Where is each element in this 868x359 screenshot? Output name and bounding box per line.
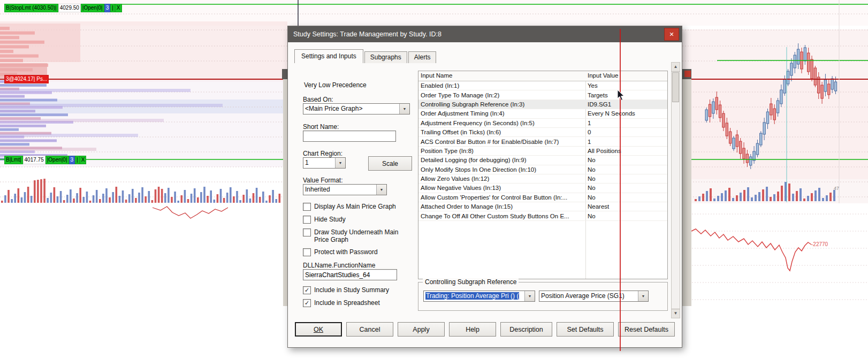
checkbox-box-icon[interactable]	[303, 216, 311, 224]
study-select-value: Trading: Position Average Pri () (	[425, 292, 519, 300]
input-row[interactable]: ACS Control Bar Button # for Enable/Disa…	[418, 137, 667, 146]
checkbox-hide-study[interactable]: Hide Study	[303, 216, 413, 224]
background-window-edge-right	[681, 79, 691, 306]
order-label-segment: |	[75, 156, 80, 164]
dropdown-arrow-icon[interactable]: ▼	[638, 291, 648, 301]
input-value-cell: 0	[585, 129, 667, 135]
input-row[interactable]: Trailing Offset (in Ticks) (In:6)0	[418, 128, 667, 137]
input-value-cell: All Positions	[585, 148, 667, 154]
input-row[interactable]: Allow Negative Values (In:13)No	[418, 184, 667, 193]
help-button[interactable]: Help	[449, 322, 496, 337]
dialog-buttons: OKCancelApplyHelpDescriptionSet Defaults…	[295, 322, 675, 337]
checkbox-box-icon[interactable]	[303, 228, 311, 236]
input-row[interactable]: Enabled (In:1)Yes	[418, 81, 667, 90]
dropdown-arrow-icon[interactable]: ▼	[524, 291, 535, 301]
chart-region-select[interactable]: 1 ▼	[303, 157, 346, 169]
order-label-segment: 3@4024.17| Ps...	[4, 75, 49, 83]
input-value-cell: No	[585, 157, 667, 163]
order-label-segment: B|Lmt|	[4, 156, 23, 164]
input-name-cell: Change To Off All Other Custom Study But…	[418, 213, 585, 219]
input-row[interactable]: Order Type To Manage (In:2)Targets	[418, 90, 667, 100]
scroll-up-icon[interactable]: ▲	[672, 63, 680, 72]
input-value-cell: No	[585, 185, 667, 191]
input-row[interactable]: Detailed Logging (for debugging) (In:9)N…	[418, 156, 667, 165]
screen: B|StopLmt (4030.50)|4029.50|Open|0|3|X 3…	[0, 0, 868, 359]
checkbox-label: Include in Study Summary	[314, 286, 389, 294]
reset-defaults-button[interactable]: Reset Defaults	[618, 322, 675, 337]
scroll-thumb[interactable]	[672, 72, 679, 102]
input-row[interactable]: Only Modify Stops In One Direction (In:1…	[418, 165, 667, 174]
checkbox-draw-study-underneath-main-price-graph[interactable]: Draw Study Underneath Main Price Graph	[303, 228, 413, 243]
input-name-cell: ACS Control Bar Button # for Enable/Disa…	[418, 139, 585, 145]
checkbox-box-icon[interactable]	[303, 248, 311, 256]
short-name-input[interactable]	[303, 131, 396, 142]
order-label-position[interactable]: 3@4024.17| Ps...	[4, 75, 49, 83]
checkbox-box-icon[interactable]: ✓	[303, 299, 311, 307]
chart-region-label: Chart Region:	[303, 150, 342, 157]
based-on-label: Based On:	[303, 96, 333, 103]
dialog-title: Study Settings: Trade Management by Stud…	[288, 30, 664, 38]
input-name-cell: Trailing Offset (in Ticks) (In:6)	[418, 129, 585, 135]
order-label-segment: |Open|0|	[45, 156, 69, 164]
input-row[interactable]: Change To Off All Other Custom Study But…	[418, 211, 667, 220]
checkbox-include-in-study-summary[interactable]: ✓Include in Study Summary	[303, 286, 413, 294]
mouse-cursor	[617, 89, 627, 102]
checkbox-label: Draw Study Underneath Main Price Graph	[314, 228, 408, 243]
value-format-label: Value Format:	[303, 177, 342, 184]
order-label-segment: 4017.75	[23, 156, 45, 164]
short-name-label: Short Name:	[303, 123, 339, 131]
background-window-edge-left	[283, 79, 287, 306]
order-label-segment: |	[110, 4, 115, 12]
dialog-titlebar[interactable]: Study Settings: Trade Management by Stud…	[288, 26, 682, 42]
tab-settings-and-inputs[interactable]: Settings and Inputs	[294, 49, 363, 63]
input-row[interactable]: Position Type (In:8)All Positions	[418, 147, 667, 156]
input-name-cell: Enabled (In:1)	[418, 82, 585, 89]
input-value-cell: Yes	[585, 82, 667, 89]
apply-button[interactable]: Apply	[398, 322, 445, 337]
input-name-cell: Adjustment Frequency (in Seconds) (In:5)	[418, 120, 585, 126]
value-format-select[interactable]: Inherited ▼	[303, 184, 387, 195]
input-row[interactable]: Attached Order to Manage (In:15)Nearest	[418, 202, 667, 211]
checkbox-protect-with-password[interactable]: Protect with Password	[303, 248, 413, 256]
cancel-button[interactable]: Cancel	[346, 322, 393, 337]
price-axis-label: 47	[834, 186, 839, 191]
checkbox-include-in-spreadsheet[interactable]: ✓Include in Spreadsheet	[303, 299, 413, 307]
input-row[interactable]: Controlling Subgraph Reference (In:3)ID9…	[418, 100, 667, 109]
input-name-header[interactable]: Input Name	[418, 71, 585, 81]
checkbox-display-as-main-price-graph[interactable]: Display As Main Price Graph	[303, 203, 413, 211]
checkbox-box-icon[interactable]	[303, 203, 311, 211]
input-value-header[interactable]: Input Value	[585, 71, 667, 81]
scale-button[interactable]: Scale	[368, 156, 412, 171]
tab-subgraphs[interactable]: Subgraphs	[364, 51, 407, 63]
table-scrollbar[interactable]: ▲ ▼	[671, 62, 680, 318]
dll-function-input[interactable]	[303, 269, 397, 280]
input-row[interactable]: Order Adjustment Timing (In:4)Every N Se…	[418, 109, 667, 118]
scroll-down-icon[interactable]: ▼	[672, 309, 680, 318]
input-row[interactable]: Allow Custom 'Properties' for Control Ba…	[418, 193, 667, 202]
dropdown-arrow-icon[interactable]: ▼	[335, 158, 345, 168]
input-row[interactable]: Allow Zero Values (In:12)No	[418, 174, 667, 184]
checkbox-label: Include in Spreadsheet	[314, 299, 380, 307]
tab-alerts[interactable]: Alerts	[408, 51, 437, 63]
input-name-cell: Controlling Subgraph Reference (In:3)	[418, 101, 585, 108]
study-select[interactable]: Trading: Position Average Pri () ( ▼	[423, 291, 535, 302]
close-button[interactable]: ✕	[664, 28, 679, 41]
value-format-value: Inherited	[303, 185, 376, 195]
input-value-cell: Nearest	[585, 203, 667, 210]
description-button[interactable]: Description	[500, 322, 552, 337]
order-label-segment: B|StopLmt (4030.50)|	[4, 4, 58, 12]
input-value-cell: Every N Seconds	[585, 110, 667, 117]
set-defaults-button[interactable]: Set Defaults	[557, 322, 614, 337]
dropdown-arrow-icon[interactable]: ▼	[399, 104, 409, 114]
checkbox-label: Protect with Password	[314, 248, 378, 256]
order-label-buy-limit[interactable]: B|Lmt|4017.75|Open|0|3|X	[4, 156, 86, 164]
checkbox-box-icon[interactable]: ✓	[303, 286, 311, 294]
dropdown-arrow-icon[interactable]: ▼	[376, 185, 386, 195]
based-on-select[interactable]: <Main Price Graph> ▼	[303, 103, 410, 114]
subgraph-select[interactable]: Position Average Price (SG1) ▼	[539, 291, 649, 302]
ok-button[interactable]: OK	[295, 322, 342, 337]
input-name-cell: Detailed Logging (for debugging) (In:9)	[418, 157, 585, 163]
order-label-segment: |Open|0|	[81, 4, 104, 12]
input-row[interactable]: Adjustment Frequency (in Seconds) (In:5)…	[418, 119, 667, 128]
order-label-buy-stop-limit[interactable]: B|StopLmt (4030.50)|4029.50|Open|0|3|X	[4, 4, 122, 12]
